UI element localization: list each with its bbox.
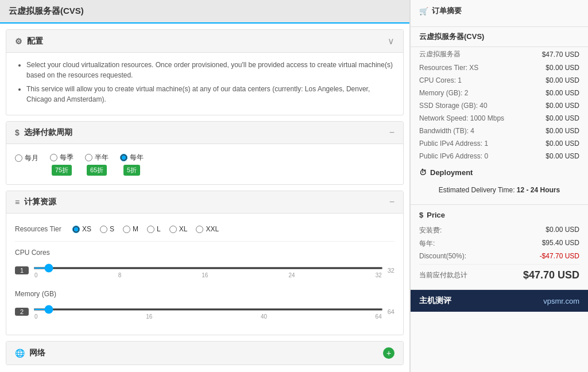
price-row-1: 每年: $95.40 USD [419, 237, 579, 250]
network-section: 🌐 网络 + [6, 341, 404, 365]
billing-options: 每月 每季 75折 半年 65折 [6, 144, 403, 184]
billing-annual-badge: 5折 [123, 165, 140, 176]
delivery-time-value: 12 - 24 Hours [517, 186, 560, 194]
compute-body: Resources Tier XS S M [6, 214, 403, 335]
tier-options: XS S M L [72, 225, 219, 233]
config-header: ⚙ 配置 ∨ [6, 30, 403, 53]
memory-value-box: 2 [15, 308, 29, 316]
order-summary-header: 🛒 订单摘要 [411, 0, 588, 27]
order-item-2: CPU Cores: 1 $0.00 USD [411, 74, 588, 87]
resources-tier-row: Resources Tier XS S M [15, 220, 394, 238]
tier-l-label[interactable]: L [147, 225, 161, 233]
deployment-info: Estimated Delivery Time: 12 - 24 Hours [419, 181, 579, 199]
brand-text: 主机测评 [419, 296, 451, 306]
memory-max: 64 [388, 308, 394, 315]
billing-option-monthly[interactable]: 每月 [15, 153, 38, 176]
order-item-7: Public IPv4 Address: 1 $0.00 USD [411, 137, 588, 150]
billing-title: $ 选择付款周期 [15, 127, 72, 138]
config-body: Select your cloud virtualization resourc… [6, 53, 403, 115]
order-item-1: Resources Tier: XS $0.00 USD [411, 61, 588, 74]
tier-xl-label[interactable]: XL [169, 225, 188, 233]
billing-option-annual[interactable]: 每年 5折 [120, 153, 144, 176]
billing-quarterly-badge: 75折 [52, 165, 72, 176]
billing-section: $ 选择付款周期 − 每月 每季 [6, 121, 404, 185]
order-item-5: Network Speed: 1000 Mbps $0.00 USD [411, 112, 588, 125]
tier-s-label[interactable]: S [100, 225, 114, 233]
cpu-max: 32 [388, 267, 394, 274]
billing-biannual-badge: 65折 [87, 165, 107, 176]
tier-xxl-label[interactable]: XXL [196, 225, 219, 233]
price-row-0: 安装费: $0.00 USD [419, 224, 579, 237]
billing-quarterly-radio[interactable] [50, 154, 57, 161]
cpu-ticks: 0 8 16 24 32 [33, 272, 383, 278]
billing-option-quarterly[interactable]: 每季 75折 [50, 153, 74, 176]
price-row-2: Discount(50%): -$47.70 USD [419, 250, 579, 262]
billing-quarterly-label[interactable]: 每季 [50, 153, 74, 162]
order-summary-title: 🛒 订单摘要 [419, 6, 579, 16]
tier-l-radio[interactable] [147, 226, 154, 233]
brand-url: vpsmr.com [543, 297, 579, 305]
billing-monthly-label[interactable]: 每月 [15, 153, 38, 163]
cpu-value-box: 1 [15, 266, 29, 274]
tier-xs-label[interactable]: XS [72, 225, 91, 233]
page-header: 云虚拟服务器(CVS) [0, 0, 409, 24]
memory-label: Memory (GB) [15, 290, 72, 298]
billing-monthly-radio[interactable] [15, 154, 22, 162]
tier-m-label[interactable]: M [123, 225, 138, 233]
page-title: 云虚拟服务器(CVS) [9, 6, 401, 17]
dollar-icon: $ [15, 128, 20, 137]
cpu-cores-label: CPU Cores [15, 249, 72, 257]
cart-icon: 🛒 [419, 7, 428, 16]
billing-option-biannual[interactable]: 半年 65折 [85, 153, 109, 176]
tier-xxl-radio[interactable] [196, 226, 203, 233]
order-item-3: Memory (GB): 2 $0.00 USD [411, 87, 588, 99]
order-item-6: Bandwidth (TB): 4 $0.00 USD [411, 125, 588, 137]
price-title: $ Price [419, 211, 579, 219]
tier-xl-radio[interactable] [169, 226, 177, 233]
network-add-button[interactable]: + [383, 347, 394, 359]
order-items-list: 云虚拟服务器 $47.70 USD Resources Tier: XS $0.… [411, 47, 588, 162]
tier-s-radio[interactable] [100, 226, 107, 233]
price-dollar-icon: $ [419, 211, 423, 219]
memory-slider[interactable] [33, 308, 383, 311]
order-item-8: Public IPv6 Address: 0 $0.00 USD [411, 150, 588, 162]
billing-header: $ 选择付款周期 − [6, 122, 403, 144]
cpu-cores-slider[interactable] [33, 267, 383, 269]
tier-xs-radio[interactable] [72, 226, 80, 233]
clock-icon: ⏱ [419, 168, 427, 177]
memory-row: Memory (GB) 2 0 16 40 64 [15, 286, 394, 328]
order-item-0: 云虚拟服务器 $47.70 USD [411, 47, 588, 61]
resources-tier-label: Resources Tier [15, 225, 72, 233]
compute-section: ≡ 计算资源 − Resources Tier XS [6, 191, 404, 335]
price-total-row: 当前应付款总计 $47.70 USD [419, 264, 579, 284]
gear-icon: ⚙ [15, 37, 22, 46]
cpu-cores-row: CPU Cores 1 0 8 16 24 32 [15, 245, 394, 286]
memory-ticks: 0 16 40 64 [33, 313, 383, 320]
billing-annual-radio[interactable] [120, 154, 127, 161]
right-panel: 🛒 订单摘要 云虚拟服务器(CVS) 云虚拟服务器 $47.70 USD Res… [410, 0, 588, 372]
billing-annual-label[interactable]: 每年 [120, 153, 144, 162]
memory-slider-container: 2 0 16 40 64 64 [15, 304, 394, 320]
price-section: $ Price 安装费: $0.00 USD 每年: $95.40 USD Di… [411, 205, 588, 290]
config-collapse-icon[interactable]: ∨ [388, 36, 394, 46]
compute-title: ≡ 计算资源 [15, 197, 56, 207]
compute-header: ≡ 计算资源 − [6, 191, 403, 214]
billing-collapse-icon[interactable]: − [389, 127, 394, 138]
config-bullet-list: Select your cloud virtualization resourc… [15, 60, 394, 104]
billing-biannual-label[interactable]: 半年 [85, 153, 109, 162]
footer-banner: 主机测评 vpsmr.com [411, 290, 588, 312]
config-title: ⚙ 配置 [15, 36, 43, 46]
network-icon: 🌐 [15, 348, 25, 358]
tier-m-radio[interactable] [123, 226, 130, 233]
cpu-slider-container: 1 0 8 16 24 32 32 [15, 262, 394, 278]
config-bullet-2: This service will allow you to create vi… [26, 84, 394, 104]
deployment-title: ⏱ Deployment [419, 168, 579, 177]
divider-1 [15, 241, 394, 242]
billing-biannual-radio[interactable] [85, 154, 92, 161]
network-header: 🌐 网络 + [6, 342, 403, 365]
memory-slider-wrapper: 0 16 40 64 [33, 304, 383, 320]
order-item-4: SSD Storage (GB): 40 $0.00 USD [411, 99, 588, 112]
network-title: 🌐 网络 [15, 348, 45, 358]
config-section: ⚙ 配置 ∨ Select your cloud virtualization … [6, 29, 404, 115]
compute-collapse-icon[interactable]: − [389, 197, 394, 207]
